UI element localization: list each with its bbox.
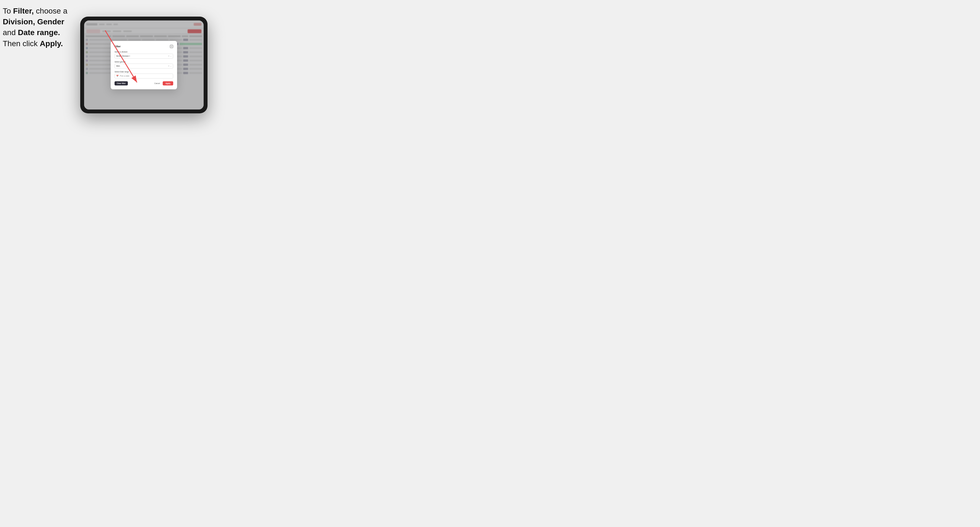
modal-overlay: Filter × Select a division NCAA Division… (84, 21, 204, 110)
date-input[interactable]: 📅 Pick a date (115, 73, 173, 79)
gender-value: Men (116, 65, 120, 67)
division-clear-icon[interactable]: × (168, 55, 169, 57)
gender-select-actions: × ⌄ (168, 65, 172, 67)
division-select-actions: × ⌄ (168, 55, 172, 57)
division-label: Select a division (115, 51, 173, 53)
apply-bold: Apply. (40, 39, 63, 48)
gender-select[interactable]: Men × ⌄ (115, 63, 173, 68)
date-form-group: Select Date range 📅 Pick a date (115, 71, 173, 79)
clear-filter-button[interactable]: Clear filter (115, 81, 128, 86)
date-label: Select Date range (115, 71, 173, 73)
modal-header: Filter × (115, 45, 173, 48)
date-placeholder: Pick a date (120, 75, 129, 77)
division-value: NCAA Division I (116, 55, 130, 57)
calendar-icon: 📅 (116, 75, 119, 77)
instruction-text: To Filter, choose a Division, Gender and… (3, 6, 80, 49)
division-select[interactable]: NCAA Division I × ⌄ (115, 54, 173, 59)
cancel-button[interactable]: Cancel (153, 81, 162, 86)
filter-bold: Filter, (13, 6, 34, 15)
division-gender-bold: Division, Gender (3, 17, 64, 26)
modal-footer: Clear filter Cancel Apply (115, 81, 173, 86)
gender-chevron-icon: ⌄ (170, 65, 172, 67)
tablet-screen: Filter × Select a division NCAA Division… (84, 21, 204, 110)
gender-form-group: Select gender Men × ⌄ (115, 61, 173, 68)
modal-title: Filter (115, 45, 121, 48)
division-form-group: Select a division NCAA Division I × ⌄ (115, 51, 173, 59)
tablet-device: Filter × Select a division NCAA Division… (80, 17, 207, 113)
gender-clear-icon[interactable]: × (168, 65, 169, 67)
apply-button[interactable]: Apply (163, 81, 173, 86)
date-range-bold: Date range. (18, 28, 60, 37)
division-chevron-icon: ⌄ (170, 55, 172, 57)
gender-label: Select gender (115, 61, 173, 63)
filter-modal: Filter × Select a division NCAA Division… (111, 41, 177, 89)
modal-close-button[interactable]: × (170, 45, 173, 48)
